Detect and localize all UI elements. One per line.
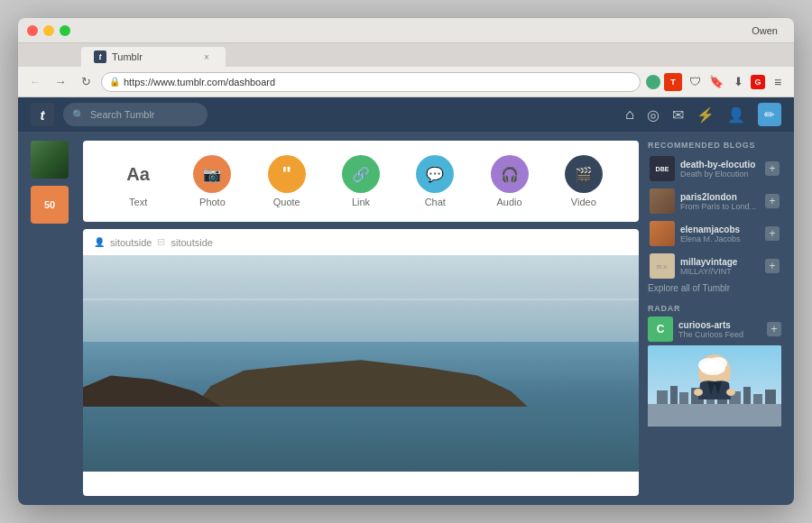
post-type-video[interactable]: 🎬 Video (565, 155, 603, 207)
follow-btn-radar[interactable]: + (767, 322, 781, 336)
tab-close-button[interactable]: × (200, 50, 213, 63)
svg-point-16 (694, 389, 703, 396)
blog-avatar-elena (650, 221, 675, 246)
home-nav-icon[interactable]: ⌂ (625, 106, 634, 123)
blog-avatar-dbe: DBE (650, 156, 675, 181)
radar-avatar: C (648, 317, 673, 342)
post-type-photo[interactable]: 📷 Photo (193, 155, 231, 207)
minimize-button[interactable] (43, 25, 54, 36)
lightning-nav-icon[interactable]: ⚡ (697, 106, 715, 124)
chat-type-label: Chat (425, 197, 446, 207)
blog-name-millay: millayvintage (680, 257, 760, 267)
refresh-button[interactable]: ↻ (76, 72, 96, 92)
menu-icon[interactable]: ≡ (769, 73, 787, 91)
blog-info-millay: millayvintage MILLAY//VINT (680, 257, 760, 276)
explore-tumblr-link[interactable]: Explore all of Tumblr (648, 283, 781, 293)
shield-icon[interactable]: 🛡 (686, 73, 704, 91)
forward-button[interactable]: → (51, 72, 70, 92)
svg-rect-11 (765, 390, 776, 404)
browser-tab[interactable]: t Tumblr × (81, 47, 226, 67)
post-type-text[interactable]: Aa Text (119, 155, 157, 207)
user-avatar-1[interactable] (31, 141, 69, 179)
grammarly-icon[interactable]: G (751, 75, 765, 89)
quote-type-icon: " (268, 155, 306, 193)
rocks-layer (83, 342, 639, 407)
search-icon: 🔍 (72, 109, 85, 121)
browser-toolbar: ← → ↻ 🔒 https://www.tumblr.com/dashboard… (18, 67, 794, 97)
radar-blog-sub: The Curioos Feed (678, 330, 761, 339)
left-avatars: 50 (31, 141, 76, 496)
sky-layer (83, 255, 639, 353)
follow-btn-elena[interactable]: + (765, 226, 780, 241)
radar-item[interactable]: C curioos-arts The Curioos Feed + (648, 317, 781, 342)
blog-item-millay[interactable]: m.v. millayvintage MILLAY//VINT + (648, 251, 781, 281)
blog-name-dbe: death-by-elocutio (680, 160, 760, 170)
recommended-blogs-title: RECOMMENDED BLOGS (648, 141, 781, 150)
svg-point-17 (726, 389, 735, 396)
blog-sub-dbe: Death by Elocution (680, 170, 760, 179)
edit-nav-icon[interactable]: ✏ (758, 103, 781, 126)
post-card: 👤 sitoutside ⊟ sitoutside (83, 229, 639, 496)
blog-avatar-millay: m.v. (650, 253, 675, 279)
audio-type-icon: 🎧 (491, 155, 529, 193)
download-icon[interactable]: ⬇ (729, 73, 747, 91)
blog-item-dbe[interactable]: DBE death-by-elocutio Death by Elocution… (648, 153, 781, 184)
post-image (83, 255, 639, 472)
address-bar[interactable]: 🔒 https://www.tumblr.com/dashboard (101, 72, 641, 92)
post-type-selector: Aa Text 📷 Photo " Quote (83, 141, 639, 222)
post-type-audio[interactable]: 🎧 Audio (491, 155, 529, 207)
blog-name-paris: paris2london (680, 192, 760, 202)
main-layout: 50 Aa Text 📷 (18, 132, 794, 505)
toolbar-right-icons: T 🛡 🔖 ⬇ G ≡ (646, 73, 787, 91)
text-type-icon: Aa (119, 155, 157, 193)
close-button[interactable] (27, 25, 38, 36)
search-box[interactable]: 🔍 Search Tumblr (63, 103, 208, 126)
compass-nav-icon[interactable]: ◎ (647, 106, 660, 124)
lastpass-icon[interactable]: T (664, 73, 682, 91)
tab-title: Tumblr (112, 51, 143, 62)
post-type-quote[interactable]: " Quote (268, 155, 306, 207)
tumblr-navbar: t 🔍 Search Tumblr ⌂ ◎ ✉ ⚡ 👤 ✏ (18, 97, 794, 132)
user-avatar-2[interactable]: 50 (31, 186, 69, 224)
blog-info-elena: elenamjacobs Elena M. Jacobs (680, 225, 760, 243)
follow-btn-paris[interactable]: + (765, 194, 780, 208)
browser-window: Owen t Tumblr × ← → ↻ 🔒 https://www.tumb… (18, 18, 794, 505)
maximize-button[interactable] (60, 25, 70, 36)
mail-nav-icon[interactable]: ✉ (672, 106, 684, 124)
post-type-chat[interactable]: 💬 Chat (416, 155, 454, 207)
blog-sub-paris: From Paris to Lond... (680, 202, 760, 211)
post-type-link[interactable]: 🔗 Link (342, 155, 380, 207)
browser-tab-bar: t Tumblr × (18, 43, 794, 67)
blog-item-elena[interactable]: elenamjacobs Elena M. Jacobs + (648, 218, 781, 249)
rock1 (194, 354, 528, 407)
radar-art-svg (648, 345, 781, 427)
text-type-label: Text (129, 197, 147, 207)
blog-sub-millay: MILLAY//VINT (680, 267, 760, 276)
svg-rect-10 (753, 394, 762, 404)
avatar-image-1 (31, 141, 69, 179)
bookmark-icon[interactable]: 🔖 (707, 73, 725, 91)
post-username[interactable]: sitoutside (110, 237, 152, 248)
url-text: https://www.tumblr.com/dashboard (124, 77, 275, 87)
post-reblog-separator: ⊟ (157, 236, 165, 248)
follow-btn-millay[interactable]: + (765, 259, 780, 273)
browser-titlebar: Owen (18, 18, 794, 43)
photo-type-label: Photo (199, 197, 226, 207)
quote-type-label: Quote (273, 197, 300, 207)
tumblr-logo[interactable]: t (31, 103, 54, 126)
svg-rect-9 (743, 387, 751, 404)
photo-type-icon: 📷 (193, 155, 231, 193)
center-content: Aa Text 📷 Photo " Quote (83, 141, 639, 496)
water-highlight (83, 298, 639, 300)
svg-rect-2 (657, 390, 668, 404)
user-nav-icon[interactable]: 👤 (727, 106, 745, 124)
radar-section: RADAR C curioos-arts The Curioos Feed + (648, 304, 781, 427)
svg-rect-4 (679, 392, 688, 404)
follow-btn-dbe[interactable]: + (765, 161, 780, 176)
nav-right-icons: ⌂ ◎ ✉ ⚡ 👤 ✏ (625, 103, 781, 126)
back-button[interactable]: ← (25, 72, 45, 92)
post-reblog-username[interactable]: sitoutside (171, 237, 212, 248)
extensions-icon[interactable] (646, 75, 660, 89)
blog-item-paris[interactable]: paris2london From Paris to Lond... + (648, 186, 781, 216)
video-type-label: Video (571, 197, 596, 207)
